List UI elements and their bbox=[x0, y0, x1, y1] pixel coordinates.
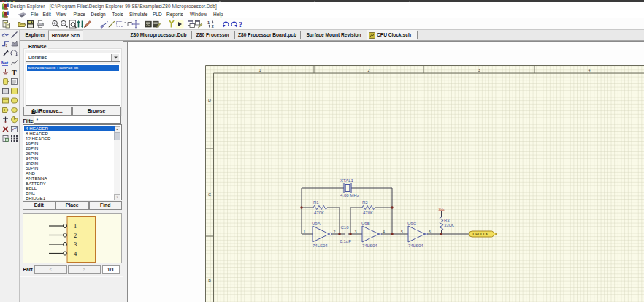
toggle-explorer-icon[interactable] bbox=[2, 20, 11, 29]
graph-tool-icon[interactable] bbox=[10, 125, 18, 133]
scroll-up-button[interactable]: ▲ bbox=[114, 126, 120, 132]
net-label-tool-icon[interactable]: Net bbox=[1, 58, 9, 67]
power-port-tool-icon[interactable] bbox=[1, 68, 9, 76]
component-item[interactable]: AND bbox=[24, 170, 115, 175]
component-item[interactable]: BATTERY bbox=[24, 181, 115, 186]
rectangle-tool-icon[interactable] bbox=[1, 87, 9, 95]
document-tab-5[interactable]: CPU Clock.sch bbox=[367, 30, 417, 41]
help-icon[interactable]: ? bbox=[237, 20, 245, 29]
find-button[interactable]: Find bbox=[89, 201, 123, 211]
menu-item-pld[interactable]: PLD bbox=[153, 11, 162, 18]
component-item[interactable]: 50PIN bbox=[24, 165, 115, 170]
text-frame-tool-icon[interactable] bbox=[10, 78, 18, 86]
component-item[interactable]: 8 HEADER bbox=[24, 131, 115, 136]
menu-item-window[interactable]: Window bbox=[190, 11, 207, 18]
svg-text:0.1uF: 0.1uF bbox=[340, 239, 352, 244]
filled-rectangle-tool-icon[interactable] bbox=[10, 87, 18, 95]
document-tab-4[interactable]: Surface Mount Revision bbox=[300, 30, 367, 41]
open-document-icon[interactable] bbox=[18, 20, 26, 29]
library-item[interactable]: Miscellaneous Devices.lib bbox=[27, 65, 119, 71]
component-item[interactable]: BELL bbox=[24, 186, 115, 191]
component-item[interactable]: BRIDGE1 bbox=[24, 195, 115, 200]
menu-item-simulate[interactable]: Simulate bbox=[129, 11, 147, 18]
move-object-icon[interactable] bbox=[131, 20, 140, 29]
menu-item-edit[interactable]: Edit bbox=[43, 11, 51, 18]
line-tool-icon[interactable] bbox=[10, 31, 18, 39]
round-rectangle-tool-icon[interactable] bbox=[10, 97, 18, 105]
zoom-out-icon[interactable] bbox=[60, 20, 69, 29]
previous-part-button[interactable]: < bbox=[34, 265, 68, 274]
text-tool-icon[interactable]: T bbox=[10, 68, 18, 76]
window-title: Design Explorer - [C:\Program Files\Desi… bbox=[10, 3, 217, 10]
renumber-icon[interactable]: 12 bbox=[207, 20, 215, 29]
sheet-symbol-tool-icon[interactable] bbox=[1, 97, 9, 105]
ellipse-tool-icon[interactable] bbox=[10, 106, 18, 114]
app-icon-small[interactable] bbox=[2, 11, 9, 18]
arc-tool-icon[interactable] bbox=[10, 49, 18, 57]
svg-text:3: 3 bbox=[74, 241, 77, 248]
menu-item-reports[interactable]: Reports bbox=[166, 11, 183, 18]
menu-item-view[interactable]: View bbox=[56, 11, 66, 18]
component-item[interactable]: 16PIN bbox=[24, 140, 115, 146]
component-item[interactable]: 26PIN bbox=[24, 151, 115, 156]
component-item[interactable]: ANTENNA bbox=[24, 175, 115, 181]
sheet-entry-tool-icon[interactable] bbox=[1, 106, 9, 114]
component-item[interactable]: BNC bbox=[24, 190, 115, 195]
schematic-window[interactable]: 1234DCBXTAL14.00 MHzR1470KR2470KR3330KC1… bbox=[127, 42, 644, 302]
browse-button[interactable]: Browse bbox=[72, 107, 121, 116]
menu-item-design[interactable]: Design bbox=[91, 11, 106, 18]
component-item[interactable]: 4 HEADER bbox=[24, 126, 115, 131]
menu-item-file[interactable]: File bbox=[31, 11, 38, 18]
svg-text:4.00 MHz: 4.00 MHz bbox=[340, 193, 359, 197]
menu-item-help[interactable]: Help bbox=[213, 11, 223, 18]
dropdown-arrow-button[interactable] bbox=[111, 54, 119, 62]
filter-input[interactable]: * bbox=[34, 116, 121, 124]
panel-tab-browse-sch[interactable]: Browse Sch bbox=[48, 30, 83, 41]
add-remove-button[interactable]: Add/Remove... bbox=[23, 107, 72, 116]
polygon-tool-icon[interactable] bbox=[10, 39, 18, 48]
document-tab-3[interactable]: Z80 Processor Board.pcb bbox=[234, 30, 300, 41]
panel-tab-explorer[interactable]: Explorer bbox=[20, 30, 50, 41]
save-document-icon[interactable] bbox=[26, 20, 35, 29]
schematic-canvas[interactable]: 1234DCBXTAL14.00 MHzR1470KR2470KR3330KC1… bbox=[128, 42, 644, 302]
app-icon bbox=[2, 3, 9, 10]
scroll-down-button[interactable]: ▼ bbox=[114, 194, 120, 200]
bezier-curve-tool-icon[interactable] bbox=[10, 58, 18, 67]
part-tool-icon[interactable] bbox=[1, 78, 9, 86]
scrollbar-thumb[interactable] bbox=[114, 132, 120, 140]
svg-text:2: 2 bbox=[212, 24, 214, 29]
component-item[interactable]: 12 HEADER bbox=[24, 136, 115, 141]
document-tab-1[interactable]: Z80 Microprocessor.Ddb bbox=[126, 30, 191, 41]
browse-type-dropdown[interactable]: Libraries bbox=[26, 53, 120, 62]
library-list[interactable]: Miscellaneous Devices.lib bbox=[26, 64, 120, 106]
menu-item-place[interactable]: Place bbox=[74, 11, 85, 18]
schematic-doc-icon bbox=[369, 32, 375, 39]
place-button[interactable]: Place bbox=[55, 201, 89, 211]
arrange-windows-icon[interactable] bbox=[194, 20, 203, 29]
port-tool-icon[interactable] bbox=[1, 116, 9, 124]
annotate-icon[interactable] bbox=[83, 20, 92, 29]
wire-tool-icon[interactable] bbox=[1, 31, 9, 39]
component-item[interactable]: 40PIN bbox=[24, 161, 115, 166]
component-list-scrollbar[interactable]: ▲ ▼ bbox=[114, 126, 120, 200]
document-tab-2[interactable]: Z80 Processor bbox=[191, 30, 234, 41]
component-item[interactable]: 34PIN bbox=[24, 156, 115, 161]
array-tool-icon[interactable] bbox=[10, 135, 18, 143]
edit-library-icon[interactable] bbox=[152, 20, 161, 29]
no-erc-tool-icon[interactable] bbox=[1, 125, 9, 133]
print-icon[interactable] bbox=[36, 20, 45, 29]
run-erc-icon[interactable] bbox=[175, 20, 184, 29]
pie-chart-tool-icon[interactable] bbox=[10, 116, 18, 124]
component-item[interactable]: 20PIN bbox=[24, 146, 115, 151]
document-menu-arrow-icon[interactable] bbox=[18, 12, 27, 18]
paste-array-tool-icon[interactable] bbox=[1, 135, 9, 143]
bus-tool-icon[interactable]: 1 bbox=[1, 39, 9, 48]
svg-text:U9B: U9B bbox=[361, 222, 370, 226]
zoom-in-icon[interactable] bbox=[51, 20, 60, 29]
next-part-button[interactable]: > bbox=[68, 265, 101, 274]
component-list[interactable]: ▲ ▼ 4 HEADER8 HEADER12 HEADER16PIN20PIN2… bbox=[23, 124, 123, 200]
bus-entry-tool-icon[interactable] bbox=[1, 49, 9, 57]
menu-item-tools[interactable]: Tools bbox=[112, 11, 123, 18]
tab-separator bbox=[417, 31, 418, 39]
edit-button[interactable]: Edit bbox=[23, 201, 56, 211]
